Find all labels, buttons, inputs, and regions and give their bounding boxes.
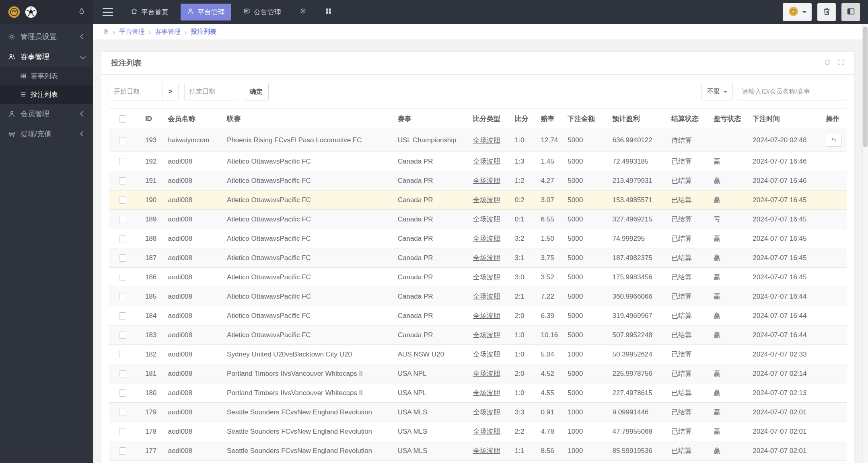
row-checkbox[interactable] xyxy=(119,447,126,455)
sidebar-header xyxy=(0,0,93,24)
sidebar-item-bet-list[interactable]: 投注列表 xyxy=(0,85,93,104)
cell-actions xyxy=(822,306,847,326)
vertical-scrollbar-thumb[interactable] xyxy=(863,27,868,147)
nav-item-platform-home[interactable]: 平台首页 xyxy=(124,4,175,20)
breadcrumb-item-platform[interactable]: 平台管理 xyxy=(119,28,145,36)
cell-odds: 0.91 xyxy=(537,403,564,422)
score-type-link[interactable]: 全场波胆 xyxy=(473,428,500,435)
end-date-input[interactable] xyxy=(184,83,238,100)
sidebar-item-member-management[interactable]: 会员管理 xyxy=(0,104,93,124)
score-type-link[interactable]: 全场波胆 xyxy=(473,331,500,339)
announcement-icon xyxy=(243,8,250,16)
score-type-link[interactable]: 全场波胆 xyxy=(473,293,500,300)
sidebar-item-withdraw-deposit[interactable]: 提现/充值 xyxy=(0,124,93,144)
droplet-icon[interactable] xyxy=(78,7,86,17)
cell-id: 187 xyxy=(141,248,164,268)
nav-item-platform-management[interactable]: 平台管理 xyxy=(181,4,231,20)
row-checkbox[interactable] xyxy=(119,137,126,144)
row-checkbox[interactable] xyxy=(119,389,126,397)
confirm-button[interactable]: 确定 xyxy=(244,83,269,100)
row-checkbox[interactable] xyxy=(119,216,126,223)
row-checkbox[interactable] xyxy=(119,254,126,262)
row-checkbox[interactable] xyxy=(119,235,126,242)
nav-item-apps-grid[interactable] xyxy=(319,4,338,20)
score-type-link[interactable]: 全场波胆 xyxy=(473,370,500,377)
score-type-link[interactable]: 全场波胆 xyxy=(473,137,500,144)
cell-event: USA MLS xyxy=(394,403,469,422)
cell-select xyxy=(109,306,141,326)
cell-result-status: 赢 xyxy=(710,461,749,463)
search-input[interactable] xyxy=(737,83,847,100)
cell-score: 1:0 xyxy=(511,383,537,403)
trash-icon xyxy=(823,7,831,17)
refresh-icon[interactable] xyxy=(824,59,831,68)
cell-amount: 1000 xyxy=(564,441,608,461)
vertical-scrollbar-track[interactable] xyxy=(862,24,868,463)
row-checkbox[interactable] xyxy=(119,370,126,377)
cell-actions xyxy=(822,287,847,306)
start-date-input[interactable] xyxy=(109,83,162,100)
select-all-checkbox[interactable] xyxy=(119,115,126,123)
cell-score: 2:0 xyxy=(511,306,537,326)
breadcrumb-separator: › xyxy=(113,29,115,35)
cell-id: 182 xyxy=(141,345,164,364)
cell-event: USA NPL xyxy=(394,383,469,403)
nav-item-system-settings[interactable] xyxy=(293,4,313,20)
panel-header: 投注列表 xyxy=(101,52,854,75)
score-type-link[interactable]: 全场波胆 xyxy=(473,254,500,262)
hamburger-icon[interactable] xyxy=(103,8,113,16)
sidebar-item-event-list[interactable]: 赛事列表 xyxy=(0,67,93,85)
row-checkbox[interactable] xyxy=(119,158,126,165)
score-type-link[interactable]: 全场波胆 xyxy=(473,196,500,204)
row-checkbox[interactable] xyxy=(119,351,126,358)
sidebar-item-label: 赛事列表 xyxy=(31,72,58,81)
score-type-link[interactable]: 全场波胆 xyxy=(473,389,500,397)
cell-result-status: 赢 xyxy=(710,364,749,383)
expand-icon[interactable] xyxy=(837,59,845,68)
cell-id: 178 xyxy=(141,422,164,441)
nav-item-label: 公告管理 xyxy=(254,8,281,17)
cell-result-status: 赢 xyxy=(710,152,749,171)
row-checkbox[interactable] xyxy=(119,177,126,184)
row-checkbox[interactable] xyxy=(119,197,126,204)
cell-amount: 5000 xyxy=(564,191,608,210)
score-type-link[interactable]: 全场波胆 xyxy=(473,158,500,165)
score-type-link[interactable]: 全场波胆 xyxy=(473,177,500,184)
cell-amount: 5000 xyxy=(564,383,608,403)
row-checkbox[interactable] xyxy=(119,409,126,416)
table-row: 192 aodi008 Atletico OttawavsPacific FC … xyxy=(109,152,847,171)
cell-event: Canada PR xyxy=(394,210,469,229)
score-type-link[interactable]: 全场波胆 xyxy=(473,215,500,223)
score-type-link[interactable]: 全场波胆 xyxy=(473,350,500,358)
row-checkbox[interactable] xyxy=(119,428,126,435)
columns-layout-button[interactable] xyxy=(841,3,860,21)
cell-score-type: 全场波胆 xyxy=(469,326,511,345)
score-type-link[interactable]: 全场波胆 xyxy=(473,312,500,320)
nav-item-announcement-management[interactable]: 公告管理 xyxy=(237,4,288,20)
trash-button[interactable] xyxy=(817,3,836,21)
user-avatar-dropdown[interactable] xyxy=(783,3,812,21)
score-type-link[interactable]: 全场波胆 xyxy=(473,447,500,455)
breadcrumb-item-events[interactable]: 赛事管理 xyxy=(155,28,181,36)
score-type-link[interactable]: 全场波胆 xyxy=(473,273,500,281)
status-filter-dropdown[interactable]: 不限 xyxy=(701,83,733,100)
sidebar-item-admin-settings[interactable]: 管理员设置 xyxy=(0,27,93,47)
row-checkbox[interactable] xyxy=(119,274,126,281)
row-checkbox[interactable] xyxy=(119,293,126,300)
table-row: 184 aodi008 Atletico OttawavsPacific FC … xyxy=(109,306,847,326)
date-range-button[interactable]: > xyxy=(162,83,179,100)
cell-profit: 9.09991446 xyxy=(608,403,667,422)
cell-profit: 85.59919536 xyxy=(608,441,667,461)
panel-tools xyxy=(824,59,845,68)
score-type-link[interactable]: 全场波胆 xyxy=(473,235,500,242)
row-checkbox[interactable] xyxy=(119,332,126,339)
row-checkbox[interactable] xyxy=(119,312,126,320)
sidebar-item-event-management[interactable]: 赛事管理 xyxy=(0,47,93,67)
table-row: 181 aodi008 Portland Timbers IIvsVancouv… xyxy=(109,364,847,383)
undo-action-button[interactable] xyxy=(826,134,842,147)
breadcrumb-item-bet-list[interactable]: 投注列表 xyxy=(191,28,216,36)
column-header: 预计盈利 xyxy=(608,109,667,129)
score-type-link[interactable]: 全场波胆 xyxy=(473,408,500,416)
cell-select xyxy=(109,171,141,191)
sidebar: 管理员设置 赛事管理 赛事列表 xyxy=(0,0,93,463)
